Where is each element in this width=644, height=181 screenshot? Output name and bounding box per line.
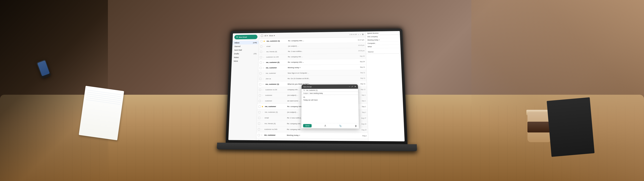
- maximize-button[interactable]: ⤢: [351, 86, 353, 88]
- email-date: Sep 11: [356, 66, 365, 68]
- table-row[interactable]: ☆ Join us Re: On 23 October at 09:00... …: [258, 76, 366, 82]
- table-row[interactable]: ☆ me, customer Meeting today = Aug 1: [256, 132, 368, 139]
- minimize-button[interactable]: −: [349, 86, 350, 88]
- email-subject: New Sign-in on Computer ...: [287, 140, 357, 141]
- row-checkbox[interactable]: [260, 40, 262, 42]
- drafts-badge: (10): [254, 52, 256, 54]
- star-icon[interactable]: ☆: [260, 140, 263, 141]
- star-icon[interactable]: ☆: [262, 100, 264, 102]
- star-icon[interactable]: ☆: [263, 56, 266, 58]
- email-date: Sep 11: [356, 72, 365, 73]
- list-item[interactable]: Info company: [366, 35, 400, 38]
- row-checkbox[interactable]: [258, 116, 260, 119]
- email-subject: Re: company info ...: [287, 128, 356, 131]
- row-checkbox[interactable]: [258, 140, 260, 141]
- row-checkbox[interactable]: [260, 56, 262, 58]
- more-options[interactable]: More ▾: [269, 34, 275, 36]
- prev-page[interactable]: ‹: [358, 33, 359, 36]
- star-icon[interactable]: ☆: [262, 94, 264, 96]
- table-row[interactable]: ☆ me, customer (2) Re: company info ... …: [258, 59, 366, 65]
- email-date: Sep 24: [356, 61, 365, 62]
- email-sender: customer no.00: [265, 89, 286, 90]
- row-checkbox[interactable]: [258, 122, 260, 124]
- row-checkbox[interactable]: [260, 61, 262, 64]
- email-sender: me, customer: [264, 134, 286, 136]
- email-sender: me, customer (2): [265, 111, 286, 113]
- sidebar-item-drafts[interactable]: Drafts (10): [232, 52, 259, 56]
- compose-button[interactable]: ✏ New Email: [234, 34, 258, 39]
- email-sender: customer: [265, 94, 286, 96]
- select-all-checkbox[interactable]: [261, 34, 263, 36]
- email-subject: Re: company info ...: [288, 60, 356, 63]
- email-sender: email: [266, 45, 287, 47]
- email-subject: New Sign-in on Computer ...: [288, 72, 356, 74]
- star-icon[interactable]: ☆: [261, 134, 263, 136]
- star-icon[interactable]: ★: [263, 40, 266, 42]
- row-checkbox[interactable]: [258, 128, 260, 130]
- star-icon[interactable]: ☆: [262, 83, 264, 85]
- row-checkbox[interactable]: [260, 67, 262, 69]
- email-sender: me, customer (1): [266, 83, 286, 85]
- star-icon[interactable]: ☆: [262, 78, 265, 80]
- attach-icon[interactable]: 📎: [339, 124, 342, 127]
- star-icon[interactable]: ☆: [263, 61, 265, 64]
- paper-line: [86, 100, 120, 104]
- inbox-badge: (149): [253, 42, 257, 43]
- star-icon[interactable]: ☆: [263, 45, 266, 48]
- gmail-right-panel: Quick Access Info company Meeting today …: [366, 31, 405, 141]
- star-icon[interactable]: ☆: [263, 50, 266, 53]
- list-item[interactable]: Computer ,: [366, 41, 400, 45]
- row-checkbox[interactable]: [258, 134, 260, 136]
- table-row[interactable]: ☆ me, customer Meeting today = Sep 11: [258, 64, 366, 70]
- row-checkbox[interactable]: [259, 89, 261, 91]
- star-icon[interactable]: ★: [262, 105, 264, 108]
- compose-header-actions: − ⤢ ✕: [349, 86, 356, 88]
- email-date: 10:30 pm: [356, 50, 364, 51]
- formatting-icon[interactable]: A: [324, 124, 326, 127]
- email-sender: Join us: [266, 78, 287, 80]
- row-checkbox[interactable]: [258, 111, 260, 113]
- sidebar-item-starred[interactable]: Starred: [232, 44, 259, 48]
- send-button[interactable]: Send: [303, 124, 312, 127]
- table-row[interactable]: ☆ customer no.149 Re: company info ... S…: [258, 53, 366, 60]
- sidebar-item-sent[interactable]: Sent Mail: [232, 48, 258, 52]
- row-checkbox[interactable]: [258, 105, 261, 108]
- email-sender: customer no.149: [266, 56, 287, 58]
- sidebar-item-inbox[interactable]: Inbox (149): [232, 40, 259, 44]
- email-subject: Re: company info ...: [288, 39, 355, 42]
- star-icon[interactable]: ☆: [261, 111, 264, 113]
- compose-modal-header: New Email − ⤢ ✕: [302, 84, 358, 89]
- settings-icon[interactable]: ⚙: [362, 33, 364, 36]
- notes-label: Notes: [234, 56, 239, 58]
- list-item[interactable]: What: [366, 45, 400, 48]
- email-date: Sep 11: [356, 83, 366, 84]
- email-subject: (no subject) ...: [288, 44, 355, 47]
- sidebar-item-more[interactable]: More: [232, 59, 258, 63]
- star-icon[interactable]: ☆: [262, 72, 265, 74]
- sidebar-item-notes[interactable]: Notes: [232, 55, 258, 59]
- list-item[interactable]: Meeting today =: [366, 38, 400, 42]
- star-icon[interactable]: ☆: [262, 67, 265, 69]
- compose-body-text: Today we will have: [303, 99, 356, 101]
- row-checkbox[interactable]: [259, 100, 261, 102]
- email-sender: me, customer: [266, 67, 287, 68]
- row-checkbox[interactable]: [260, 51, 262, 53]
- row-checkbox[interactable]: [259, 83, 261, 85]
- email-sender: customer: [265, 100, 286, 102]
- compose-body[interactable]: Hi, Today we will have: [301, 95, 359, 123]
- star-icon[interactable]: ☆: [262, 88, 264, 90]
- delete-icon[interactable]: 🗑: [355, 125, 357, 127]
- row-checkbox[interactable]: [260, 45, 262, 48]
- star-icon[interactable]: ☆: [261, 122, 264, 124]
- star-icon[interactable]: ☆: [261, 117, 264, 119]
- email-sender: me, customer (2): [266, 61, 287, 63]
- row-checkbox[interactable]: [260, 72, 262, 74]
- row-checkbox[interactable]: [259, 78, 261, 80]
- close-button[interactable]: ✕: [354, 86, 356, 88]
- next-page[interactable]: ›: [360, 33, 361, 36]
- email-sender: me, friends (6): [264, 122, 286, 125]
- table-row[interactable]: ☆ me, customer New Sign-in on Computer .…: [258, 70, 366, 76]
- star-icon[interactable]: ☆: [261, 128, 264, 130]
- row-checkbox[interactable]: [259, 94, 261, 96]
- filter-all[interactable]: All ▾: [264, 34, 268, 37]
